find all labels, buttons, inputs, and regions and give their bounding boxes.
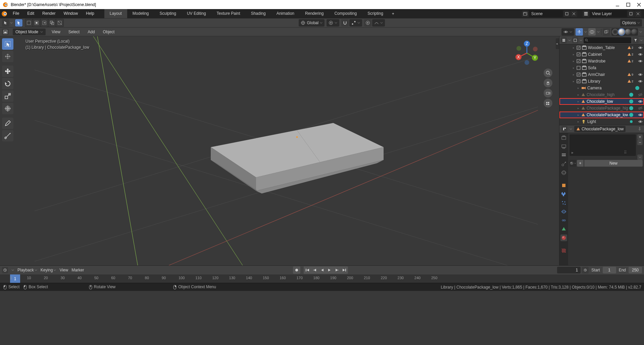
workspace-rendering[interactable]: Rendering bbox=[300, 9, 329, 18]
visibility-on-icon[interactable] bbox=[638, 52, 643, 57]
submenu-view[interactable]: View bbox=[50, 30, 62, 34]
workspace-modeling[interactable]: Modeling bbox=[127, 9, 154, 18]
outliner-search-input[interactable] bbox=[584, 37, 631, 43]
tool-transform[interactable] bbox=[2, 103, 13, 114]
3d-viewport[interactable]: User Perspective (Local) (1) Library | C… bbox=[0, 36, 559, 265]
material-slot-list[interactable]: ▸⠿ bbox=[569, 134, 636, 156]
scene-browse-button[interactable] bbox=[522, 10, 529, 17]
viewlayer-browse-button[interactable] bbox=[583, 10, 589, 17]
outliner-row[interactable]: ▸ArmChair9 bbox=[559, 71, 644, 78]
timeline-keying-menu[interactable]: Keying bbox=[41, 268, 56, 272]
tool-scale[interactable] bbox=[2, 90, 13, 102]
tab-material[interactable] bbox=[560, 234, 567, 241]
overlays-toggle[interactable] bbox=[588, 28, 596, 36]
checkbox-checked-icon[interactable] bbox=[577, 52, 581, 56]
checkbox-checked-icon[interactable] bbox=[577, 79, 581, 83]
tab-physics[interactable] bbox=[560, 208, 567, 215]
visibility-off-icon[interactable] bbox=[638, 92, 643, 97]
material-new-button[interactable]: New bbox=[584, 160, 643, 167]
visibility-on-icon[interactable] bbox=[638, 45, 643, 50]
scene-delete-button[interactable] bbox=[571, 10, 577, 17]
end-frame-field[interactable]: 250 bbox=[629, 267, 642, 273]
viewlayer-delete-button[interactable] bbox=[635, 10, 641, 17]
outliner-row[interactable]: ▸Camera bbox=[559, 85, 644, 91]
app-icon[interactable] bbox=[0, 11, 9, 17]
visibility-on-icon[interactable] bbox=[638, 59, 643, 63]
perspective-toggle-button[interactable] bbox=[544, 99, 552, 107]
tab-constraints[interactable] bbox=[560, 217, 567, 224]
visibility-on-icon[interactable] bbox=[638, 113, 643, 117]
tab-object[interactable] bbox=[560, 182, 567, 189]
proportional-toggle[interactable] bbox=[364, 19, 371, 27]
tab-render[interactable] bbox=[560, 134, 567, 141]
outliner-row[interactable]: ▸Wardrobe2 bbox=[559, 58, 644, 64]
tool-rotate[interactable] bbox=[2, 78, 13, 89]
tab-texture[interactable] bbox=[560, 247, 567, 254]
tab-viewlayer[interactable] bbox=[560, 152, 567, 159]
outliner-row[interactable]: ▸Chocolate_high bbox=[559, 91, 644, 98]
tool-measure[interactable] bbox=[2, 130, 13, 141]
select-subtract-button[interactable] bbox=[41, 19, 48, 27]
outliner-row[interactable]: ▸Library2 bbox=[559, 78, 644, 85]
tab-output[interactable] bbox=[560, 143, 567, 150]
tab-modifiers[interactable] bbox=[560, 191, 567, 198]
n-panel-toggle[interactable] bbox=[556, 38, 559, 49]
material-slot-add-button[interactable]: + bbox=[637, 134, 643, 140]
proportional-falloff-dropdown[interactable] bbox=[372, 19, 385, 27]
autokey-toggle[interactable] bbox=[293, 266, 300, 274]
checkbox-checked-icon[interactable] bbox=[577, 73, 581, 77]
material-new-plus[interactable]: + bbox=[577, 160, 584, 167]
snap-target-dropdown[interactable] bbox=[349, 19, 362, 27]
scene-new-button[interactable] bbox=[563, 10, 570, 17]
submenu-object[interactable]: Object bbox=[101, 30, 117, 34]
start-frame-field[interactable]: 1 bbox=[603, 267, 616, 273]
visibility-off-icon[interactable] bbox=[638, 106, 643, 111]
tab-world[interactable] bbox=[560, 169, 567, 176]
play-reverse-button[interactable] bbox=[318, 266, 326, 274]
add-workspace-button[interactable]: + bbox=[389, 11, 398, 16]
scene-name-field[interactable]: Scene bbox=[529, 10, 563, 17]
menu-help[interactable]: Help bbox=[82, 9, 98, 18]
viewlayer-name-field[interactable]: View Layer bbox=[590, 10, 627, 17]
snap-toggle[interactable] bbox=[341, 19, 349, 27]
shading-lookdev-button[interactable] bbox=[625, 29, 631, 35]
timeline-marker-menu[interactable]: Marker bbox=[71, 268, 84, 272]
timeline-playback-menu[interactable]: Playback bbox=[17, 268, 37, 272]
menu-window[interactable]: Window bbox=[59, 9, 82, 18]
material-specials-button[interactable] bbox=[637, 155, 643, 160]
tab-mesh[interactable] bbox=[560, 226, 567, 232]
jump-end-button[interactable] bbox=[341, 266, 348, 274]
chevron-down-icon[interactable] bbox=[639, 31, 642, 33]
outliner-row[interactable]: ▸Wooden_Table2 bbox=[559, 44, 644, 51]
mode-dropdown[interactable]: Object Mode bbox=[13, 29, 46, 35]
outliner-display-mode[interactable] bbox=[572, 37, 578, 43]
gizmo-toggle[interactable] bbox=[576, 28, 583, 36]
xray-toggle[interactable] bbox=[603, 28, 610, 36]
outliner-row[interactable]: ▸ChocolatePackage_low bbox=[559, 112, 644, 118]
chevron-down-icon[interactable] bbox=[584, 31, 587, 33]
tool-select-box[interactable] bbox=[2, 38, 13, 50]
tool-select-dropdown[interactable] bbox=[2, 19, 9, 27]
select-tweak-button[interactable] bbox=[15, 19, 22, 27]
camera-view-button[interactable] bbox=[544, 89, 552, 97]
outliner-row[interactable]: ▸ChocolatePackage_high bbox=[559, 105, 644, 112]
tab-scene[interactable] bbox=[560, 161, 567, 167]
workspace-sculpting[interactable]: Sculpting bbox=[154, 9, 182, 18]
close-icon[interactable] bbox=[637, 2, 641, 7]
workspace-texturepaint[interactable]: Texture Paint bbox=[211, 9, 246, 18]
props-editor-type[interactable] bbox=[561, 126, 567, 132]
workspace-scripting[interactable]: Scripting bbox=[362, 9, 389, 18]
zoom-button[interactable] bbox=[544, 69, 552, 77]
select-extend-button[interactable] bbox=[33, 19, 40, 27]
tool-annotate[interactable] bbox=[2, 118, 13, 129]
workspace-animation[interactable]: Animation bbox=[271, 9, 300, 18]
viewlayer-new-button[interactable] bbox=[628, 10, 634, 17]
timeline-view-menu[interactable]: View bbox=[59, 268, 68, 272]
workspace-compositing[interactable]: Compositing bbox=[329, 9, 362, 18]
outliner-row[interactable]: ▸Light bbox=[559, 118, 644, 125]
props-context-crumb[interactable]: ChocolatePackage_low bbox=[574, 126, 626, 132]
menu-render[interactable]: Render bbox=[38, 9, 59, 18]
timeline-track[interactable]: 1 11020304050607080901001101201301401501… bbox=[0, 274, 644, 283]
play-button[interactable] bbox=[326, 266, 333, 274]
preview-range-toggle[interactable] bbox=[582, 267, 589, 273]
